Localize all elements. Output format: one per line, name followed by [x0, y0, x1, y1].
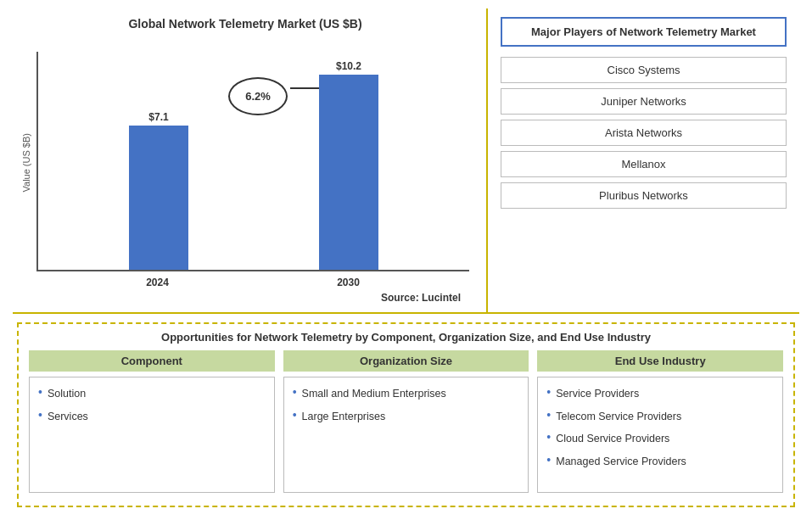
chart-section: Global Network Telemetry Market (US $B) … — [13, 8, 488, 312]
component-item-solution: Solution — [38, 384, 266, 404]
main-container: Global Network Telemetry Market (US $B) … — [0, 0, 812, 520]
bottom-section: Opportunities for Network Telemetry by C… — [13, 314, 799, 512]
chart-content: 6.2% $7.1 $10.2 — [36, 52, 469, 288]
player-item-cisco: Cisco Systems — [501, 57, 787, 83]
player-item-mellanox: Mellanox — [501, 151, 787, 177]
bars-container: 6.2% $7.1 $10.2 — [36, 52, 469, 271]
end-use-item-service-providers: Service Providers — [546, 384, 774, 404]
player-item-arista: Arista Networks — [501, 120, 787, 146]
end-use-item-telecom: Telecom Service Providers — [546, 407, 774, 427]
players-title: Major Players of Network Telemetry Marke… — [501, 17, 787, 47]
opp-items-end-use: Service Providers Telecom Service Provid… — [537, 377, 783, 493]
bar-2024 — [129, 126, 188, 270]
cagr-bubble: 6.2% — [228, 77, 288, 115]
chart-area: Value (US $B) 6.2% $7.1 — [21, 37, 469, 288]
source-label: Source: Lucintel — [21, 288, 469, 304]
end-use-item-cloud: Cloud Service Providers — [546, 429, 774, 449]
bar-value-2024: $7.1 — [148, 111, 168, 123]
player-item-juniper: Juniper Networks — [501, 88, 787, 115]
bar-group-2030: $10.2 — [319, 60, 378, 270]
opp-header-component: Component — [29, 350, 275, 372]
opp-header-org-size: Organization Size — [283, 350, 529, 372]
bar-label-2024: 2024 — [146, 277, 169, 288]
x-axis-labels: 2024 2030 — [36, 271, 469, 288]
org-item-small-medium: Small and Medium Enterprises — [293, 384, 520, 404]
end-use-item-managed: Managed Service Providers — [546, 452, 774, 472]
org-item-large: Large Enterprises — [293, 407, 520, 427]
bar-label-2030: 2030 — [337, 277, 360, 288]
player-item-pluribus: Pluribus Networks — [501, 182, 787, 209]
opp-column-org-size: Organization Size Small and Medium Enter… — [283, 350, 529, 493]
players-section: Major Players of Network Telemetry Marke… — [488, 8, 799, 312]
opportunities-title: Opportunities for Network Telemetry by C… — [29, 331, 783, 344]
chart-title: Global Network Telemetry Market (US $B) — [21, 17, 469, 31]
bar-group-2024: $7.1 — [129, 111, 188, 270]
bar-2030 — [319, 75, 378, 270]
component-item-services: Services — [38, 407, 266, 427]
opp-column-end-use: End Use Industry Service Providers Telec… — [537, 350, 783, 493]
cagr-value: 6.2% — [245, 90, 271, 103]
opp-header-end-use: End Use Industry — [537, 350, 783, 372]
cagr-annotation: 6.2% — [228, 77, 288, 115]
opportunities-box: Opportunities for Network Telemetry by C… — [17, 322, 795, 507]
opp-items-component: Solution Services — [29, 377, 275, 493]
top-section: Global Network Telemetry Market (US $B) … — [13, 8, 799, 314]
y-axis-label: Value (US $B) — [21, 133, 31, 193]
opp-items-org-size: Small and Medium Enterprises Large Enter… — [283, 377, 529, 493]
bar-value-2030: $10.2 — [336, 60, 361, 72]
opp-column-component: Component Solution Services — [29, 350, 275, 493]
opportunities-columns: Component Solution Services Organization… — [29, 350, 783, 493]
